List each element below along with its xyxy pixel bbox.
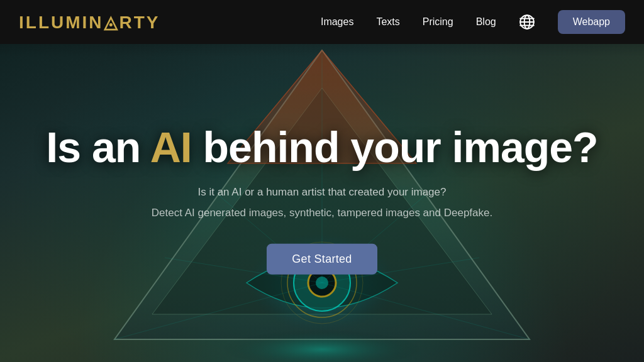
nav-texts[interactable]: Texts — [376, 16, 399, 28]
hero-title-ai: AI — [150, 123, 192, 171]
globe-icon — [519, 14, 535, 30]
get-started-button[interactable]: Get Started — [267, 244, 377, 275]
navbar: ILLUMIN◬RTY Images Texts Pricing Blog We… — [0, 0, 644, 44]
hero-title-suffix: behind your image? — [192, 123, 598, 171]
hero-subtitle-2: Detect AI generated images, synthetic, t… — [39, 204, 605, 221]
nav-pricing[interactable]: Pricing — [423, 16, 453, 28]
hero-title-prefix: Is an — [46, 123, 150, 171]
nav-blog[interactable]: Blog — [476, 16, 496, 28]
language-button[interactable] — [519, 14, 535, 30]
hero-subtitle-1: Is it an AI or a human artist that creat… — [39, 184, 605, 200]
hero-title: Is an AI behind your image? — [39, 124, 605, 171]
nav-links: Images Texts Pricing Blog Webapp — [321, 10, 625, 34]
logo: ILLUMIN◬RTY — [19, 12, 160, 33]
hero-section: ILLUMIN◬RTY Images Texts Pricing Blog We… — [0, 0, 644, 362]
webapp-button[interactable]: Webapp — [558, 10, 625, 34]
hero-content: Is an AI behind your image? Is it an AI … — [39, 124, 605, 275]
logo-text: ILLUMIN◬RTY — [19, 12, 160, 33]
nav-images[interactable]: Images — [321, 16, 353, 28]
logo-eye-icon: ◬ — [104, 12, 119, 33]
